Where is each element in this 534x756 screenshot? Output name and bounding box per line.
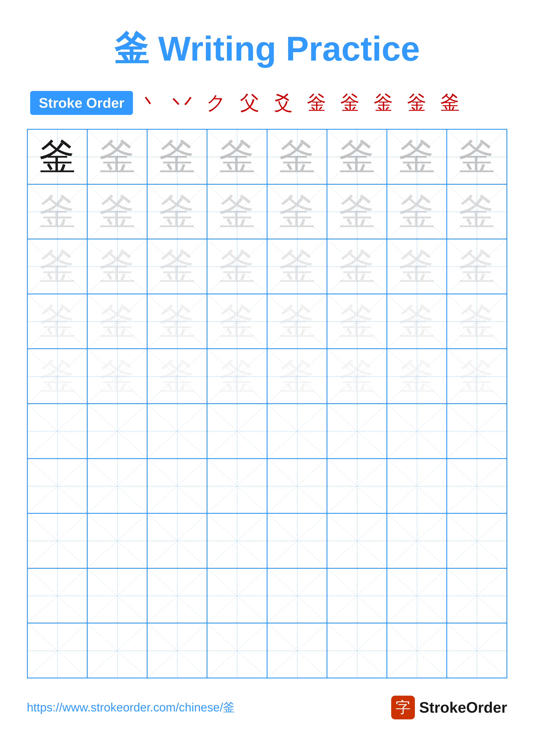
footer-url[interactable]: https://www.strokeorder.com/chinese/釜 (27, 700, 235, 716)
grid-cell-r7c1[interactable] (27, 459, 87, 514)
grid-cell-r10c8[interactable] (447, 623, 507, 678)
grid-cell-r5c2[interactable]: 釜 (87, 349, 147, 404)
svg-line-90 (327, 404, 387, 458)
grid-cell-r10c2[interactable] (87, 623, 147, 678)
svg-line-99 (88, 459, 147, 513)
svg-line-144 (28, 623, 87, 678)
grid-cell-r9c5[interactable] (267, 568, 327, 623)
grid-cell-r5c1[interactable]: 釜 (27, 349, 87, 404)
grid-cell-r7c6[interactable] (327, 459, 387, 514)
grid-cell-r10c7[interactable] (387, 623, 447, 678)
grid-cell-r8c3[interactable] (147, 513, 207, 568)
grid-cell-r8c6[interactable] (327, 513, 387, 568)
svg-line-109 (387, 459, 446, 513)
grid-cell-r8c2[interactable] (87, 513, 147, 568)
grid-cell-r2c1[interactable]: 釜 (27, 184, 87, 239)
svg-line-140 (387, 569, 446, 623)
grid-cell-r5c5[interactable]: 釜 (267, 349, 327, 404)
grid-cell-r7c4[interactable] (207, 459, 267, 514)
grid-cell-r10c1[interactable] (27, 623, 87, 678)
grid-cell-r7c7[interactable] (387, 459, 447, 514)
grid-cell-r6c7[interactable] (387, 404, 447, 459)
grid-cell-r6c5[interactable] (267, 404, 327, 459)
svg-line-88 (267, 404, 327, 458)
grid-cell-r2c5[interactable]: 釜 (267, 184, 327, 239)
grid-cell-r9c4[interactable] (207, 568, 267, 623)
grid-cell-r6c8[interactable] (447, 404, 507, 459)
grid-cell-r3c4[interactable]: 釜 (207, 239, 267, 294)
grid-cell-r10c4[interactable] (207, 623, 267, 678)
grid-cell-r9c7[interactable] (387, 568, 447, 623)
grid-cell-r9c1[interactable] (27, 568, 87, 623)
grid-cell-r7c3[interactable] (147, 459, 207, 514)
svg-line-83 (88, 404, 147, 458)
svg-line-97 (28, 459, 87, 513)
grid-cell-r6c4[interactable] (207, 404, 267, 459)
svg-line-157 (387, 623, 446, 678)
grid-cell-r9c8[interactable] (447, 568, 507, 623)
grid-cell-r6c2[interactable] (87, 404, 147, 459)
svg-line-159 (447, 623, 506, 678)
grid-cell-r3c3[interactable]: 釜 (147, 239, 207, 294)
svg-line-152 (267, 623, 327, 678)
grid-cell-r3c7[interactable]: 釜 (387, 239, 447, 294)
grid-cell-r5c8[interactable]: 釜 (447, 349, 507, 404)
grid-cell-r9c6[interactable] (327, 568, 387, 623)
grid-cell-r10c5[interactable] (267, 623, 327, 678)
grid-cell-r8c8[interactable] (447, 513, 507, 568)
grid-cell-r7c5[interactable] (267, 459, 327, 514)
grid-cell-r3c1[interactable]: 釜 (27, 239, 87, 294)
grid-cell-r10c3[interactable] (147, 623, 207, 678)
svg-line-155 (327, 623, 387, 678)
grid-cell-r4c4[interactable]: 釜 (207, 294, 267, 349)
grid-cell-r6c3[interactable] (147, 404, 207, 459)
grid-cell-r1c4[interactable]: 釜 (207, 129, 267, 184)
grid-cell-r1c2[interactable]: 釜 (87, 129, 147, 184)
grid-cell-r4c5[interactable]: 釜 (267, 294, 327, 349)
svg-line-153 (267, 623, 327, 678)
grid-cell-r8c1[interactable] (27, 513, 87, 568)
grid-cell-r2c8[interactable]: 釜 (447, 184, 507, 239)
grid-cell-r2c6[interactable]: 釜 (327, 184, 387, 239)
footer-brand-name: StrokeOrder (419, 699, 507, 716)
grid-cell-r4c7[interactable]: 釜 (387, 294, 447, 349)
grid-cell-r5c4[interactable]: 釜 (207, 349, 267, 404)
grid-cell-r10c6[interactable] (327, 623, 387, 678)
grid-cell-r6c1[interactable] (27, 404, 87, 459)
grid-cell-r9c2[interactable] (87, 568, 147, 623)
grid-cell-r4c6[interactable]: 釜 (327, 294, 387, 349)
grid-cell-r8c7[interactable] (387, 513, 447, 568)
grid-cell-r8c4[interactable] (207, 513, 267, 568)
grid-cell-r5c6[interactable]: 釜 (327, 349, 387, 404)
footer-logo-box: 字 (391, 696, 415, 719)
footer-logo-char: 字 (395, 697, 411, 717)
grid-cell-r5c3[interactable]: 釜 (147, 349, 207, 404)
grid-cell-r9c3[interactable] (147, 568, 207, 623)
grid-cell-r3c2[interactable]: 釜 (87, 239, 147, 294)
grid-cell-r3c5[interactable]: 釜 (267, 239, 327, 294)
grid-cell-r3c6[interactable]: 釜 (327, 239, 387, 294)
grid-cell-r1c7[interactable]: 釜 (387, 129, 447, 184)
grid-cell-r1c3[interactable]: 釜 (147, 129, 207, 184)
grid-cell-r3c8[interactable]: 釜 (447, 239, 507, 294)
grid-cell-r8c5[interactable] (267, 513, 327, 568)
grid-cell-r7c2[interactable] (87, 459, 147, 514)
grid-cell-r4c8[interactable]: 釜 (447, 294, 507, 349)
svg-line-138 (327, 569, 387, 623)
grid-cell-r4c2[interactable]: 釜 (87, 294, 147, 349)
grid-cell-r1c5[interactable]: 釜 (267, 129, 327, 184)
grid-cell-r2c3[interactable]: 釜 (147, 184, 207, 239)
grid-cell-r7c8[interactable] (447, 459, 507, 514)
grid-cell-r2c4[interactable]: 釜 (207, 184, 267, 239)
grid-cell-r5c7[interactable]: 釜 (387, 349, 447, 404)
svg-line-96 (28, 459, 87, 513)
grid-cell-r2c7[interactable]: 釜 (387, 184, 447, 239)
svg-line-151 (207, 623, 267, 678)
grid-cell-r1c8[interactable]: 釜 (447, 129, 507, 184)
grid-cell-r4c3[interactable]: 釜 (147, 294, 207, 349)
grid-cell-r6c6[interactable] (327, 404, 387, 459)
grid-cell-r1c6[interactable]: 釜 (327, 129, 387, 184)
grid-cell-r2c2[interactable]: 釜 (87, 184, 147, 239)
grid-cell-r1c1[interactable]: 釜 (27, 129, 87, 184)
grid-cell-r4c1[interactable]: 釜 (27, 294, 87, 349)
